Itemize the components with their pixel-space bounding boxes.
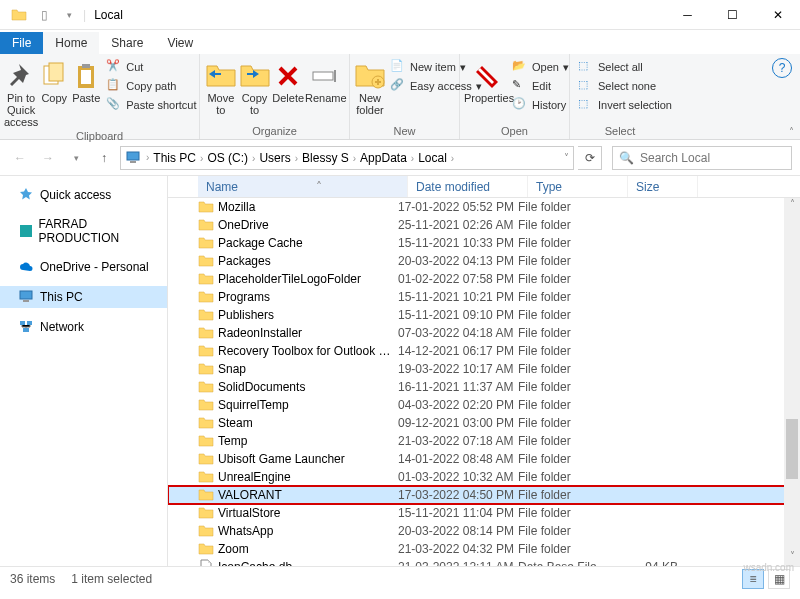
folder-icon bbox=[198, 451, 214, 467]
title-bar: ▯ ▾ | Local ─ ☐ ✕ bbox=[0, 0, 800, 30]
file-row[interactable]: WhatsApp20-03-2022 08:14 PMFile folder bbox=[168, 522, 800, 540]
file-row[interactable]: IconCache.db21-03-2022 12:11 AMData Base… bbox=[168, 558, 800, 566]
sidebar-item[interactable]: FARRAD PRODUCTION bbox=[0, 214, 167, 248]
folder-icon bbox=[198, 343, 214, 359]
selected-count: 1 item selected bbox=[71, 572, 152, 586]
recent-locations-button[interactable]: ▾ bbox=[64, 146, 88, 170]
ribbon-tabs: File Home Share View bbox=[0, 30, 800, 54]
file-row[interactable]: Mozilla17-01-2022 05:52 PMFile folder bbox=[168, 198, 800, 216]
file-name: VALORANT bbox=[218, 488, 398, 502]
tab-view[interactable]: View bbox=[155, 32, 205, 54]
file-date: 15-11-2021 09:10 PM bbox=[398, 308, 518, 322]
minimize-button[interactable]: ─ bbox=[665, 0, 710, 30]
folder-icon bbox=[198, 289, 214, 305]
file-row[interactable]: VALORANT17-03-2022 04:50 PMFile folder bbox=[168, 486, 800, 504]
back-button[interactable]: ← bbox=[8, 146, 32, 170]
tab-share[interactable]: Share bbox=[99, 32, 155, 54]
forward-button[interactable]: → bbox=[36, 146, 60, 170]
qat-button[interactable]: ▯ bbox=[33, 4, 55, 26]
pin-quick-access-button[interactable]: Pin to Quick access bbox=[4, 56, 38, 128]
sidebar-item-label: FARRAD PRODUCTION bbox=[39, 217, 159, 245]
select-all-button[interactable]: ⬚Select all bbox=[574, 58, 676, 76]
file-row[interactable]: Zoom21-03-2022 04:32 PMFile folder bbox=[168, 540, 800, 558]
breadcrumb-segment[interactable]: Blessy S bbox=[299, 151, 352, 165]
invert-selection-button[interactable]: ⬚Invert selection bbox=[574, 96, 676, 114]
refresh-button[interactable]: ⟳ bbox=[578, 146, 602, 170]
column-type[interactable]: Type bbox=[528, 176, 628, 197]
edit-button[interactable]: ✎Edit bbox=[508, 77, 573, 95]
navigation-pane: Quick accessFARRAD PRODUCTIONOneDrive - … bbox=[0, 176, 168, 566]
file-row[interactable]: Steam09-12-2021 03:00 PMFile folder bbox=[168, 414, 800, 432]
file-row[interactable]: PlaceholderTileLogoFolder01-02-2022 07:5… bbox=[168, 270, 800, 288]
breadcrumb-segment[interactable]: OS (C:) bbox=[204, 151, 251, 165]
help-button[interactable]: ? bbox=[772, 58, 792, 78]
sidebar-item[interactable]: OneDrive - Personal bbox=[0, 256, 167, 278]
file-type: File folder bbox=[518, 542, 618, 556]
file-name: IconCache.db bbox=[218, 560, 398, 566]
file-row[interactable]: SquirrelTemp04-03-2022 02:20 PMFile fold… bbox=[168, 396, 800, 414]
scrollbar[interactable]: ˄ ˅ bbox=[784, 198, 800, 566]
file-row[interactable]: Publishers15-11-2021 09:10 PMFile folder bbox=[168, 306, 800, 324]
file-row[interactable]: Package Cache15-11-2021 10:33 PMFile fol… bbox=[168, 234, 800, 252]
history-button[interactable]: 🕑History bbox=[508, 96, 573, 114]
cut-button[interactable]: ✂️Cut bbox=[102, 58, 200, 76]
file-name: WhatsApp bbox=[218, 524, 398, 538]
group-select-label: Select bbox=[574, 123, 666, 139]
paste-shortcut-button[interactable]: 📎Paste shortcut bbox=[102, 96, 200, 114]
breadcrumb-segment[interactable]: This PC bbox=[150, 151, 199, 165]
move-to-button[interactable]: Move to bbox=[204, 56, 238, 116]
copy-to-button[interactable]: Copy to bbox=[238, 56, 272, 116]
file-row[interactable]: Ubisoft Game Launcher14-01-2022 08:48 AM… bbox=[168, 450, 800, 468]
file-row[interactable]: Snap19-03-2022 10:17 AMFile folder bbox=[168, 360, 800, 378]
column-name[interactable]: Name˄ bbox=[198, 176, 408, 197]
file-row[interactable]: Programs15-11-2021 10:21 PMFile folder bbox=[168, 288, 800, 306]
window-title: Local bbox=[94, 8, 123, 22]
delete-button[interactable]: Delete bbox=[271, 56, 305, 104]
breadcrumb-segment[interactable]: Local bbox=[415, 151, 450, 165]
breadcrumb-segment[interactable]: Users bbox=[256, 151, 293, 165]
file-name: OneDrive bbox=[218, 218, 398, 232]
paste-button[interactable]: Paste bbox=[70, 56, 102, 104]
tab-home[interactable]: Home bbox=[43, 32, 99, 54]
copy-button[interactable]: Copy bbox=[38, 56, 70, 104]
file-row[interactable]: Packages20-03-2022 04:13 PMFile folder bbox=[168, 252, 800, 270]
file-name: Recovery Toolbox for Outlook Password bbox=[218, 344, 398, 358]
new-folder-button[interactable]: New folder bbox=[354, 56, 386, 116]
file-row[interactable]: UnrealEngine01-03-2022 10:32 AMFile fold… bbox=[168, 468, 800, 486]
folder-icon bbox=[198, 469, 214, 485]
file-type: File folder bbox=[518, 416, 618, 430]
column-headers[interactable]: Name˄ Date modified Type Size bbox=[168, 176, 800, 198]
file-row[interactable]: RadeonInstaller07-03-2022 04:18 AMFile f… bbox=[168, 324, 800, 342]
file-row[interactable]: Recovery Toolbox for Outlook Password14-… bbox=[168, 342, 800, 360]
breadcrumb[interactable]: › This PC›OS (C:)›Users›Blessy S›AppData… bbox=[120, 146, 574, 170]
file-date: 21-03-2022 12:11 AM bbox=[398, 560, 518, 566]
rename-button[interactable]: Rename bbox=[305, 56, 345, 104]
breadcrumb-segment[interactable]: AppData bbox=[357, 151, 410, 165]
file-row[interactable]: VirtualStore15-11-2021 11:04 PMFile fold… bbox=[168, 504, 800, 522]
file-row[interactable]: Temp21-03-2022 07:18 AMFile folder bbox=[168, 432, 800, 450]
up-button[interactable]: ↑ bbox=[92, 146, 116, 170]
file-row[interactable]: SolidDocuments16-11-2021 11:37 AMFile fo… bbox=[168, 378, 800, 396]
open-button[interactable]: 📂Open ▾ bbox=[508, 58, 573, 76]
properties-button[interactable]: Properties bbox=[464, 56, 508, 104]
select-none-button[interactable]: ⬚Select none bbox=[574, 77, 676, 95]
file-date: 04-03-2022 02:20 PM bbox=[398, 398, 518, 412]
tab-file[interactable]: File bbox=[0, 32, 43, 54]
file-date: 17-03-2022 04:50 PM bbox=[398, 488, 518, 502]
search-input[interactable]: 🔍 Search Local bbox=[612, 146, 792, 170]
file-type: File folder bbox=[518, 470, 618, 484]
column-size[interactable]: Size bbox=[628, 176, 698, 197]
sidebar-item[interactable]: Network bbox=[0, 316, 167, 338]
file-name: VirtualStore bbox=[218, 506, 398, 520]
column-date[interactable]: Date modified bbox=[408, 176, 528, 197]
file-row[interactable]: OneDrive25-11-2021 02:26 AMFile folder bbox=[168, 216, 800, 234]
watermark: wsadn.com bbox=[743, 562, 794, 573]
copy-path-button[interactable]: 📋Copy path bbox=[102, 77, 200, 95]
qat-dropdown[interactable]: ▾ bbox=[58, 4, 80, 26]
close-button[interactable]: ✕ bbox=[755, 0, 800, 30]
sidebar-item[interactable]: Quick access bbox=[0, 184, 167, 206]
maximize-button[interactable]: ☐ bbox=[710, 0, 755, 30]
folder-icon bbox=[8, 4, 30, 26]
collapse-ribbon-icon[interactable]: ˄ bbox=[789, 126, 794, 137]
sidebar-item[interactable]: This PC bbox=[0, 286, 167, 308]
